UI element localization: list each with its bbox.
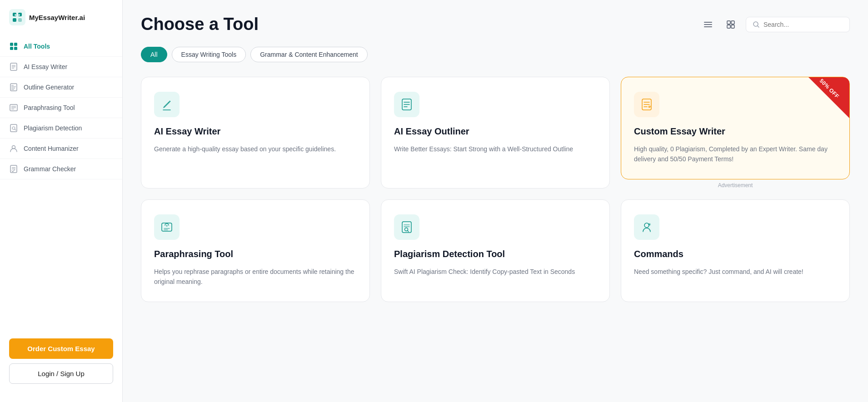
- filter-tab-essay-writing[interactable]: Essay Writing Tools: [172, 47, 246, 62]
- svg-point-5: [15, 14, 16, 16]
- login-signup-button[interactable]: Login / Sign Up: [9, 363, 113, 384]
- ad-label: Advertisement: [621, 182, 850, 189]
- tool-name: Plagiarism Detection Tool: [394, 249, 597, 259]
- svg-rect-7: [10, 43, 13, 46]
- tool-icon-wrap: [634, 214, 659, 240]
- list-view-button[interactable]: [700, 17, 716, 32]
- svg-rect-4: [18, 18, 22, 22]
- header-right: [700, 17, 850, 32]
- svg-line-58: [408, 230, 409, 232]
- tool-icon-wrap: [394, 92, 419, 117]
- outliner-icon: [399, 97, 414, 112]
- list-icon: [703, 20, 713, 30]
- sidebar-item-all-tools[interactable]: All Tools: [0, 36, 122, 57]
- svg-rect-0: [9, 9, 25, 25]
- tool-desc: High quality, 0 Plagiarism, Completed by…: [634, 144, 837, 164]
- plagiarism-icon: [9, 124, 18, 133]
- discount-ribbon: 50% OFF: [808, 77, 849, 118]
- tools-grid: AI Essay Writer Generate a high-quality …: [141, 77, 850, 302]
- paraphrase-icon: [9, 103, 18, 112]
- search-icon: [753, 21, 760, 28]
- tool-name: AI Essay Writer: [154, 126, 357, 137]
- tool-desc: Swift AI Plagiarism Check: Identify Copy…: [394, 267, 597, 277]
- svg-rect-36: [727, 25, 730, 28]
- svg-rect-37: [731, 25, 734, 28]
- filter-tabs: All Essay Writing Tools Grammar & Conten…: [141, 47, 850, 62]
- tool-name: AI Essay Outliner: [394, 126, 597, 137]
- sidebar-item-plagiarism-detection[interactable]: Plagiarism Detection: [0, 118, 122, 139]
- main-content: Choose a Tool: [123, 0, 868, 402]
- humanizer-icon: [9, 144, 18, 153]
- svg-rect-9: [10, 47, 13, 50]
- svg-point-6: [18, 14, 20, 16]
- sidebar-item-label: All Tools: [24, 43, 50, 50]
- sidebar-item-label: Plagiarism Detection: [24, 124, 82, 132]
- ribbon-text: 50% OFF: [813, 77, 846, 105]
- filter-tab-all[interactable]: All: [141, 47, 167, 62]
- svg-rect-10: [14, 47, 17, 50]
- tool-card-wrapper-custom: 50% OFF Custom Essay Writer High quality…: [621, 77, 850, 189]
- tool-card-commands[interactable]: Commands Need something specific? Just c…: [621, 199, 850, 302]
- sidebar-item-label: Grammar Checker: [24, 165, 76, 173]
- tool-card-plagiarism-detection-tool[interactable]: Plagiarism Detection Tool Swift AI Plagi…: [381, 199, 610, 302]
- tool-icon-wrap: [634, 92, 659, 117]
- tool-desc: Helps you rephrase paragraphs or entire …: [154, 267, 357, 287]
- grammar-icon: [9, 164, 18, 174]
- paraphrasing-icon: [160, 220, 174, 234]
- grid-icon: [9, 42, 18, 51]
- logo-container: MyEssayWriter.ai: [0, 9, 122, 36]
- tool-desc: Need something specific? Just command, a…: [634, 267, 837, 277]
- sidebar-item-label: Content Humanizer: [24, 145, 79, 152]
- tool-icon-wrap: [154, 214, 180, 240]
- tool-card-paraphrasing-tool[interactable]: Paraphrasing Tool Helps you rephrase par…: [141, 199, 370, 302]
- commands-icon: [639, 220, 654, 234]
- sidebar-item-content-humanizer[interactable]: Content Humanizer: [0, 139, 122, 159]
- logo-text: MyEssayWriter.ai: [29, 14, 85, 21]
- sidebar-item-paraphrasing-tool[interactable]: Paraphrasing Tool: [0, 98, 122, 118]
- tool-desc: Generate a high-quality essay based on y…: [154, 144, 357, 154]
- plagiarism-detection-icon: [399, 220, 414, 234]
- sidebar: MyEssayWriter.ai All Tools AI Essay Writ…: [0, 0, 123, 402]
- svg-rect-35: [731, 21, 734, 24]
- tool-icon-wrap: [154, 92, 180, 117]
- sidebar-buttons: Order Custom Essay Login / Sign Up: [0, 329, 122, 393]
- svg-point-53: [166, 225, 168, 227]
- tool-icon-wrap: [394, 214, 419, 240]
- tool-card-custom-essay-writer[interactable]: 50% OFF Custom Essay Writer High quality…: [621, 77, 850, 179]
- order-custom-essay-button[interactable]: Order Custom Essay: [9, 338, 113, 359]
- filter-tab-grammar[interactable]: Grammar & Content Enhancement: [250, 47, 368, 62]
- sidebar-item-label: Outline Generator: [24, 84, 74, 91]
- grid-view-icon: [726, 20, 736, 30]
- tool-card-ai-essay-outliner[interactable]: AI Essay Outliner Write Better Essays: S…: [381, 77, 610, 189]
- sidebar-nav: All Tools AI Essay Writer Outline Genera…: [0, 36, 122, 329]
- main-header: Choose a Tool: [141, 15, 850, 34]
- sidebar-item-label: Paraphrasing Tool: [24, 104, 75, 111]
- svg-line-26: [15, 129, 16, 130]
- svg-rect-3: [13, 18, 16, 22]
- logo-icon: [9, 9, 25, 25]
- svg-rect-24: [10, 124, 17, 132]
- tool-desc: Write Better Essays: Start Strong with a…: [394, 144, 597, 154]
- search-bar[interactable]: [746, 17, 850, 32]
- document-icon: [9, 62, 18, 71]
- tool-card-ai-essay-writer[interactable]: AI Essay Writer Generate a high-quality …: [141, 77, 370, 189]
- sidebar-item-outline-generator[interactable]: Outline Generator: [0, 77, 122, 98]
- tool-name: Paraphrasing Tool: [154, 249, 357, 259]
- sidebar-item-ai-essay-writer[interactable]: AI Essay Writer: [0, 57, 122, 77]
- search-input[interactable]: [763, 21, 843, 28]
- tool-name: Custom Essay Writer: [634, 126, 837, 137]
- sidebar-item-label: AI Essay Writer: [24, 63, 67, 70]
- page-title: Choose a Tool: [141, 15, 259, 34]
- outline-icon: [9, 83, 18, 92]
- svg-rect-8: [14, 43, 17, 46]
- sidebar-item-grammar-checker[interactable]: Grammar Checker: [0, 159, 122, 179]
- custom-essay-icon: [639, 97, 654, 112]
- tool-name: Commands: [634, 249, 837, 259]
- grid-view-button[interactable]: [723, 17, 738, 32]
- svg-rect-34: [727, 21, 730, 24]
- essay-writer-icon: [160, 97, 174, 112]
- svg-point-49: [648, 105, 651, 108]
- svg-rect-15: [10, 84, 17, 91]
- svg-line-39: [758, 26, 759, 27]
